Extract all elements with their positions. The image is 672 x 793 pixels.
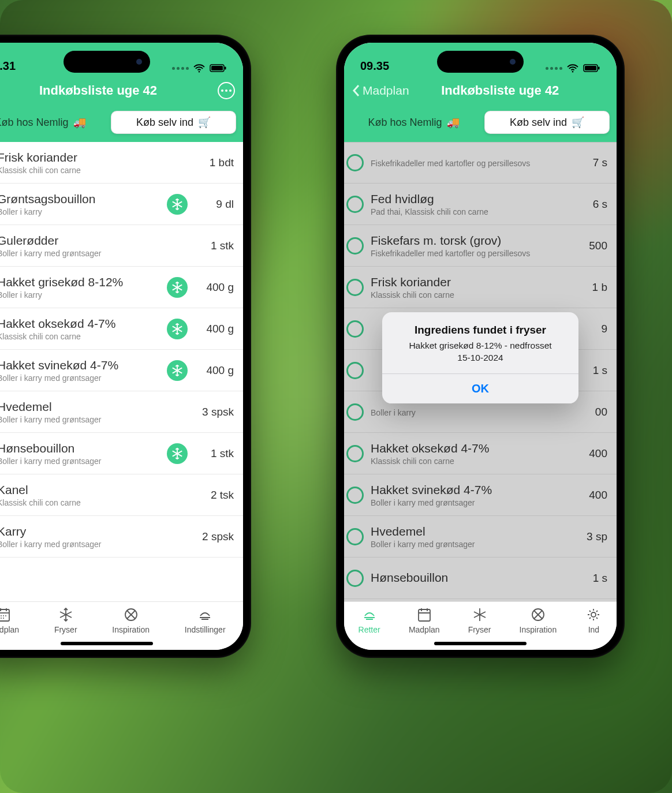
item-quantity: 2 tsk bbox=[193, 489, 234, 502]
shopping-list[interactable]: Fiskefrikadeller med kartofler og persil… bbox=[344, 142, 617, 601]
list-item[interactable]: Hønsebouillon1 s bbox=[344, 558, 617, 599]
checkbox[interactable] bbox=[346, 528, 364, 545]
freezer-badge-icon bbox=[167, 277, 188, 298]
item-title: Hakket svinekød 4-7% bbox=[371, 482, 567, 497]
segmented-control: Køb hos Nemlig 🚚 Køb selv ind 🛒 bbox=[344, 105, 617, 142]
item-quantity: 6 s bbox=[567, 198, 607, 211]
list-item[interactable]: Hakket oksekød 4-7%Klassisk chili con ca… bbox=[344, 433, 617, 474]
item-title: Fed hvidløg bbox=[371, 192, 567, 206]
tab-madplan[interactable]: Madplan bbox=[0, 607, 19, 634]
svg-rect-2 bbox=[211, 66, 223, 70]
tab-buy-self[interactable]: Køb selv ind 🛒 bbox=[484, 111, 610, 134]
list-item[interactable]: GrøntsagsbouillonBoller i karry9 dl bbox=[0, 184, 243, 225]
shopping-list[interactable]: Frisk korianderKlassisk chili con carne1… bbox=[0, 142, 243, 601]
item-quantity: 1 b bbox=[567, 281, 607, 294]
list-item-text: KanelKlassisk chili con carne bbox=[0, 482, 193, 507]
list-item-text: Hakket svinekød 4-7%Boller i karry med g… bbox=[0, 358, 167, 383]
tab-buy-nemlig[interactable]: Køb hos Nemlig 🚚 bbox=[351, 111, 476, 134]
item-subtitle: Boller i karry med grøntsager bbox=[0, 249, 193, 258]
item-subtitle: Pad thai, Klassisk chili con carne bbox=[371, 207, 567, 216]
alert-message: Hakket grisekød 8-12% - nedfrosset 15-10… bbox=[395, 340, 566, 364]
checkbox[interactable] bbox=[346, 487, 364, 504]
tab-fryser[interactable]: Fryser bbox=[468, 607, 491, 634]
item-title: Fiskefars m. torsk (grov) bbox=[371, 233, 567, 248]
list-item[interactable]: Hakket oksekød 4-7%Klassisk chili con ca… bbox=[0, 308, 243, 350]
wifi-icon bbox=[193, 63, 206, 73]
checkbox[interactable] bbox=[346, 570, 364, 587]
list-item[interactable]: Frisk korianderKlassisk chili con carne1… bbox=[344, 267, 617, 308]
list-item[interactable]: Fiskefars m. torsk (grov)Fiskefrikadelle… bbox=[344, 225, 617, 267]
tab-retter[interactable]: Retter bbox=[359, 607, 380, 634]
item-subtitle: Klassisk chili con carne bbox=[371, 290, 567, 300]
list-item[interactable]: HønsebouillonBoller i karry med grøntsag… bbox=[0, 433, 243, 474]
item-subtitle: Boller i karry med grøntsager bbox=[0, 373, 167, 383]
segmented-control: Køb hos Nemlig 🚚 Køb selv ind 🛒 bbox=[0, 105, 243, 142]
more-button[interactable] bbox=[218, 82, 235, 99]
svg-point-23 bbox=[1, 615, 2, 616]
tab-inspiration[interactable]: Inspiration bbox=[112, 607, 150, 634]
tab-madplan[interactable]: Madplan bbox=[409, 607, 440, 634]
checkbox[interactable] bbox=[346, 362, 364, 379]
svg-rect-3 bbox=[225, 67, 226, 70]
list-item-text: HvedemelBoller i karry med grøntsager bbox=[0, 399, 193, 424]
list-item-text: Fed hvidløgPad thai, Klassisk chili con … bbox=[371, 192, 567, 216]
list-item-text: GulerødderBoller i karry med grøntsager bbox=[0, 233, 193, 258]
checkbox[interactable] bbox=[346, 403, 364, 421]
list-item[interactable]: KarryBoller i karry med grøntsager2 spsk bbox=[0, 516, 243, 558]
cellular-dots-icon bbox=[546, 67, 562, 70]
item-title: Hakket oksekød 4-7% bbox=[0, 316, 167, 331]
item-quantity: 400 g bbox=[193, 364, 234, 377]
tab-indstillinger-label: Indstillinger bbox=[185, 625, 226, 634]
tab-inspiration[interactable]: Inspiration bbox=[520, 607, 557, 634]
back-button[interactable]: Madplan bbox=[352, 84, 409, 98]
item-title: Hvedemel bbox=[0, 399, 193, 414]
cellular-dots-icon bbox=[172, 67, 189, 70]
freezer-badge-icon bbox=[167, 443, 188, 464]
freezer-badge-icon bbox=[167, 360, 188, 381]
list-item[interactable]: Frisk korianderKlassisk chili con carne1… bbox=[0, 142, 243, 184]
item-subtitle: Boller i karry med grøntsager bbox=[371, 498, 567, 507]
status-time: 09.31 bbox=[0, 59, 16, 73]
tab-indstillinger[interactable]: Indstillinger bbox=[185, 607, 226, 634]
list-item[interactable]: Fiskefrikadeller med kartofler og persil… bbox=[344, 142, 617, 184]
list-item-text: KarryBoller i karry med grøntsager bbox=[0, 524, 193, 549]
item-title: Hakket oksekød 4-7% bbox=[371, 441, 567, 455]
tab-buy-nemlig[interactable]: Køb hos Nemlig 🚚 bbox=[0, 111, 103, 134]
list-item[interactable]: Fed hvidløgPad thai, Klassisk chili con … bbox=[344, 184, 617, 225]
list-item[interactable]: HvedemelBoller i karry med grøntsager3 s… bbox=[0, 391, 243, 433]
list-item-text: HvedemelBoller i karry med grøntsager bbox=[371, 524, 567, 549]
dynamic-island bbox=[437, 51, 524, 73]
item-quantity: 400 bbox=[567, 489, 607, 502]
tab-retter-label: Retter bbox=[359, 625, 380, 634]
svg-rect-42 bbox=[419, 609, 430, 621]
item-title: Gulerødder bbox=[0, 233, 193, 248]
checkbox[interactable] bbox=[346, 279, 364, 296]
list-item-text: HønsebouillonBoller i karry med grøntsag… bbox=[0, 441, 167, 466]
tab-indstillinger-label: Ind bbox=[588, 625, 599, 634]
checkbox[interactable] bbox=[346, 320, 364, 338]
list-item[interactable]: Hakket svinekød 4-7%Boller i karry med g… bbox=[0, 350, 243, 391]
checkbox[interactable] bbox=[346, 196, 364, 213]
tab-indstillinger[interactable]: Ind bbox=[585, 607, 602, 634]
home-indicator[interactable] bbox=[434, 642, 527, 645]
nav-bar: Madplan Indkøbsliste uge 42 bbox=[344, 76, 617, 105]
item-subtitle: Klassisk chili con carne bbox=[0, 332, 167, 341]
list-item[interactable]: GulerødderBoller i karry med grøntsager1… bbox=[0, 225, 243, 267]
list-item[interactable]: Hakket grisekød 8-12%Boller i karry400 g bbox=[0, 267, 243, 308]
checkbox[interactable] bbox=[346, 154, 364, 171]
checkbox[interactable] bbox=[346, 237, 364, 255]
item-subtitle: Klassisk chili con carne bbox=[0, 166, 193, 175]
tab-fryser[interactable]: Fryser bbox=[54, 607, 77, 634]
checkbox[interactable] bbox=[346, 445, 364, 462]
list-item[interactable]: Hakket svinekød 4-7%Boller i karry med g… bbox=[344, 474, 617, 516]
item-title: Hakket grisekød 8-12% bbox=[0, 275, 167, 289]
phone-right: 09.35 Madplan bbox=[336, 35, 625, 658]
list-item[interactable]: KanelKlassisk chili con carne2 tsk bbox=[0, 474, 243, 516]
screen-left: 09.31 dplan Indkøbslis bbox=[0, 43, 243, 650]
home-indicator[interactable] bbox=[61, 642, 153, 645]
tab-buy-self[interactable]: Køb selv ind 🛒 bbox=[111, 111, 236, 134]
alert-dialog: Ingrediens fundet i fryser Hakket grisek… bbox=[382, 312, 578, 403]
alert-ok-button[interactable]: OK bbox=[382, 374, 578, 403]
list-item[interactable]: HvedemelBoller i karry med grøntsager3 s… bbox=[344, 516, 617, 558]
item-title: Frisk koriander bbox=[371, 275, 567, 289]
